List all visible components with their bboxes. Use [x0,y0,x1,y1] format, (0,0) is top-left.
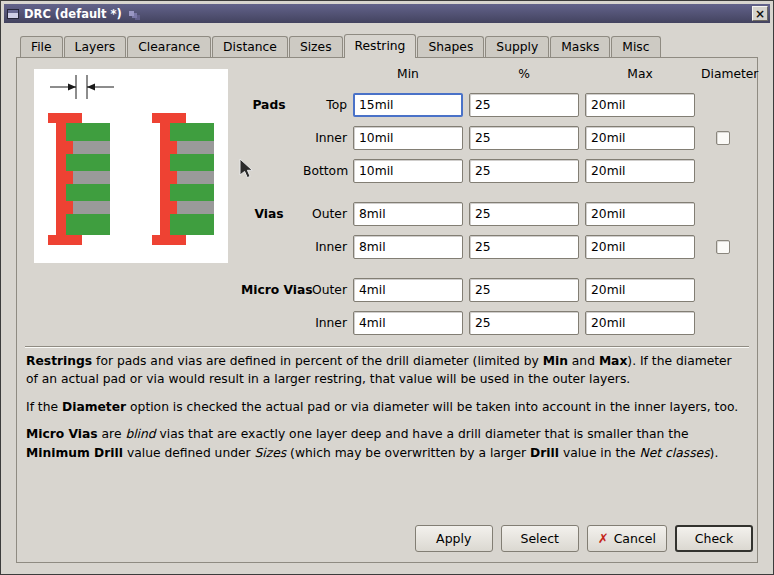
pads-inner-percent-input[interactable] [469,126,579,150]
pads-bottom-min-input[interactable] [353,159,463,183]
tab-restring[interactable]: Restring [344,34,417,58]
pads-inner-max-input[interactable] [585,126,695,150]
microvias-inner-min-input[interactable] [353,311,463,335]
vias-outer-min-input[interactable] [353,202,463,226]
row-pads-bottom: Bottom [241,159,745,183]
row-label-top: Top [303,98,347,112]
vias-outer-percent-input[interactable] [469,202,579,226]
column-header-min: Min [353,67,463,81]
tab-bar: File Layers Clearance Distance Sizes Res… [20,34,770,57]
vias-inner-percent-input[interactable] [469,235,579,259]
microvias-outer-min-input[interactable] [353,278,463,302]
microvias-inner-max-input[interactable] [585,311,695,335]
tab-layers[interactable]: Layers [64,36,127,57]
pads-top-min-input[interactable] [353,93,463,117]
tab-file[interactable]: File [20,36,63,57]
pads-top-percent-input[interactable] [469,93,579,117]
tab-shapes[interactable]: Shapes [417,36,484,57]
check-button[interactable]: Check [675,525,753,552]
note-paragraph: If the Diameter option is checked the ac… [26,398,746,416]
column-header-percent: % [469,67,579,81]
column-header-diameter: Diameter [701,67,745,81]
separator-line [25,346,749,348]
note-paragraph: Restrings for pads and vias are defined … [26,352,746,389]
row-pads-top: Pads Top [241,93,745,117]
tab-distance[interactable]: Distance [212,36,288,57]
microvias-inner-percent-input[interactable] [469,311,579,335]
vias-inner-max-input[interactable] [585,235,695,259]
row-microvias-outer: Micro Vias Outer [241,278,745,302]
close-button[interactable]: × [752,6,768,21]
row-label-bottom: Bottom [303,164,347,178]
drc-dialog-window: DRC (default *) × File Layers Clearance … [0,0,774,575]
cancel-button[interactable]: ✗Cancel [587,525,667,552]
dialog-buttons: Apply Select ✗Cancel Check [415,525,753,552]
pads-inner-min-input[interactable] [353,126,463,150]
pads-bottom-max-input[interactable] [585,159,695,183]
microvias-outer-percent-input[interactable] [469,278,579,302]
column-headers: Min % Max Diameter [241,66,745,82]
vias-inner-min-input[interactable] [353,235,463,259]
row-label-inner: Inner [303,131,347,145]
pcb-cross-section-image [34,69,228,263]
tab-misc[interactable]: Misc [611,36,660,57]
note-paragraph: Micro Vias are blind vias that are exact… [26,425,746,462]
row-vias-outer: Vias Outer [241,202,745,226]
row-label-outer: Outer [303,283,347,297]
restring-dimension-arrows [50,75,114,99]
row-label-inner: Inner [303,316,347,330]
apply-button[interactable]: Apply [415,525,493,552]
pcb-right-stack [152,113,214,245]
pads-bottom-percent-input[interactable] [469,159,579,183]
tab-supply[interactable]: Supply [485,36,549,57]
cascade-windows-icon [129,11,134,16]
row-vias-inner: Inner [241,235,745,259]
pcb-left-stack [48,113,110,245]
restring-tab-page: Min % Max Diameter Pads Top Inner [16,57,758,563]
row-pads-inner: Inner [241,126,745,150]
tab-masks[interactable]: Masks [550,36,610,57]
group-label-vias: Vias [241,207,297,221]
vias-outer-max-input[interactable] [585,202,695,226]
row-microvias-inner: Inner [241,311,745,335]
notes: Restrings for pads and vias are defined … [26,352,746,471]
close-icon: × [755,7,765,21]
restring-form: Min % Max Diameter Pads Top Inner [241,66,745,335]
window-title: DRC (default *) [24,7,122,21]
group-label-micro-vias: Micro Vias [241,283,297,297]
window-menu-icon[interactable] [7,9,19,19]
cancel-x-icon: ✗ [598,532,609,545]
column-header-max: Max [585,67,695,81]
row-label-outer: Outer [303,207,347,221]
group-label-pads: Pads [241,98,297,112]
pads-top-max-input[interactable] [585,93,695,117]
pads-inner-diameter-checkbox[interactable] [716,131,730,145]
select-button[interactable]: Select [501,525,579,552]
vias-inner-diameter-checkbox[interactable] [716,240,730,254]
microvias-outer-max-input[interactable] [585,278,695,302]
titlebar[interactable]: DRC (default *) × [4,4,770,23]
row-label-inner: Inner [303,240,347,254]
tab-sizes[interactable]: Sizes [289,36,343,57]
tab-clearance[interactable]: Clearance [127,36,211,57]
